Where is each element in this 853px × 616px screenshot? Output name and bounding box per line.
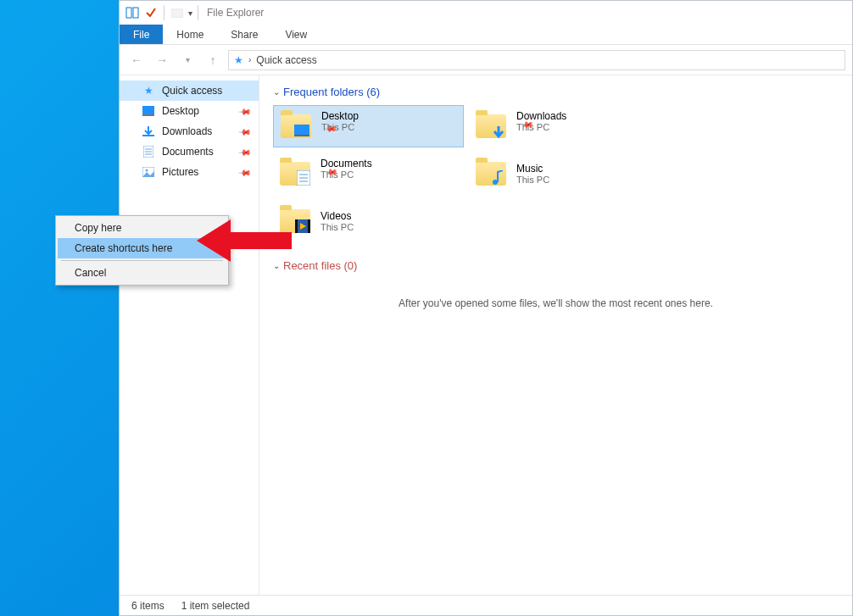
titlebar: ▾ File Explorer	[120, 1, 852, 25]
sidebar-item-pictures[interactable]: Pictures 📌	[120, 162, 259, 182]
folder-item-downloads[interactable]: Downloads This PC 📌	[469, 105, 660, 147]
tab-home[interactable]: Home	[163, 25, 217, 44]
pin-icon: 📌	[238, 145, 252, 158]
nav-bar: ← → ▾ ↑ ★ › Quick access	[120, 45, 852, 75]
svg-rect-4	[142, 114, 154, 116]
sidebar-item-documents[interactable]: Documents 📌	[120, 142, 259, 162]
star-icon: ★	[142, 84, 155, 97]
svg-rect-2	[171, 9, 183, 18]
svg-rect-24	[295, 219, 298, 233]
qat-separator-2	[198, 5, 198, 20]
qat-separator	[164, 5, 164, 20]
body: ★ Quick access Desktop 📌 Downloads 📌 Doc…	[120, 75, 852, 595]
up-button[interactable]: ↑	[203, 50, 223, 70]
file-explorer-window: ▾ File Explorer File Home Share View ← →…	[119, 0, 853, 616]
status-bar: 6 items 1 item selected	[120, 595, 852, 615]
sidebar-item-label: Desktop	[162, 105, 199, 117]
address-bar[interactable]: ★ › Quick access	[228, 50, 845, 70]
pin-icon: 📌	[238, 104, 252, 118]
svg-rect-0	[126, 8, 131, 18]
annotation-arrow	[231, 232, 292, 249]
sidebar: ★ Quick access Desktop 📌 Downloads 📌 Doc…	[120, 75, 259, 595]
folder-name: Videos	[321, 210, 354, 222]
status-selected: 1 item selected	[181, 600, 250, 612]
section-title: Recent files (0)	[283, 259, 357, 272]
recent-dropdown[interactable]: ▾	[177, 50, 198, 70]
ribbon-tabs: File Home Share View	[120, 25, 852, 45]
folder-location: This PC	[516, 175, 549, 185]
folder-icon	[278, 157, 312, 191]
folder-name: Music	[516, 163, 549, 175]
status-items: 6 items	[131, 600, 164, 612]
qat-dropdown-icon[interactable]: ▾	[188, 8, 192, 18]
recent-files-section: ⌄ Recent files (0) After you've opened s…	[273, 259, 839, 309]
sidebar-item-quick-access[interactable]: ★ Quick access	[120, 80, 259, 101]
chevron-right-icon: ›	[248, 55, 251, 64]
ctx-cancel[interactable]: Cancel	[58, 263, 226, 283]
address-location: Quick access	[256, 54, 316, 66]
recent-files-header[interactable]: ⌄ Recent files (0)	[273, 259, 839, 272]
checkmark-icon[interactable]	[143, 5, 159, 20]
pin-icon: 📌	[238, 165, 252, 179]
forward-button[interactable]: →	[152, 50, 172, 70]
star-icon: ★	[234, 54, 243, 66]
svg-rect-1	[133, 8, 138, 18]
svg-point-11	[146, 169, 148, 172]
folder-location: This PC	[321, 222, 354, 232]
section-title: Frequent folders (6)	[283, 86, 380, 98]
svg-rect-16	[294, 125, 309, 135]
sidebar-item-label: Documents	[162, 146, 214, 158]
sidebar-item-label: Pictures	[162, 166, 198, 178]
frequent-folders-header[interactable]: ⌄ Frequent folders (6)	[273, 86, 839, 98]
picture-icon	[142, 165, 155, 179]
pin-icon: 📌	[238, 125, 252, 138]
sidebar-item-label: Quick access	[162, 85, 222, 97]
new-folder-icon[interactable]	[170, 5, 185, 20]
frequent-folders-grid: Desktop This PC 📌 Downloads This PC	[273, 105, 839, 242]
svg-rect-3	[142, 106, 154, 114]
properties-icon[interactable]	[125, 5, 140, 20]
download-icon	[142, 125, 155, 138]
folder-item-videos[interactable]: Videos This PC	[273, 200, 464, 242]
window-title: File Explorer	[207, 7, 264, 19]
chevron-down-icon: ⌄	[273, 87, 280, 97]
content-pane: ⌄ Frequent folders (6) Desktop This PC 📌	[259, 75, 852, 595]
tab-view[interactable]: View	[271, 25, 321, 44]
chevron-down-icon: ⌄	[273, 261, 280, 270]
folder-item-desktop[interactable]: Desktop This PC 📌	[273, 105, 464, 147]
tab-share[interactable]: Share	[217, 25, 271, 44]
desktop-icon	[142, 104, 155, 118]
tab-file[interactable]: File	[120, 25, 163, 44]
back-button[interactable]: ←	[126, 50, 147, 70]
folder-icon	[474, 109, 508, 143]
sidebar-item-downloads[interactable]: Downloads 📌	[120, 121, 259, 142]
folder-name: Desktop	[321, 110, 359, 122]
folder-item-music[interactable]: Music This PC	[469, 153, 660, 195]
folder-item-documents[interactable]: Documents This PC 📌	[273, 153, 464, 195]
folder-icon	[279, 109, 313, 143]
sidebar-item-desktop[interactable]: Desktop 📌	[120, 101, 259, 121]
document-icon	[142, 145, 155, 158]
svg-rect-25	[308, 219, 310, 233]
folder-icon	[474, 157, 508, 191]
recent-empty-text: After you've opened some files, we'll sh…	[273, 297, 839, 309]
svg-rect-5	[142, 135, 154, 136]
sidebar-item-label: Downloads	[162, 125, 212, 137]
svg-rect-17	[294, 135, 309, 136]
